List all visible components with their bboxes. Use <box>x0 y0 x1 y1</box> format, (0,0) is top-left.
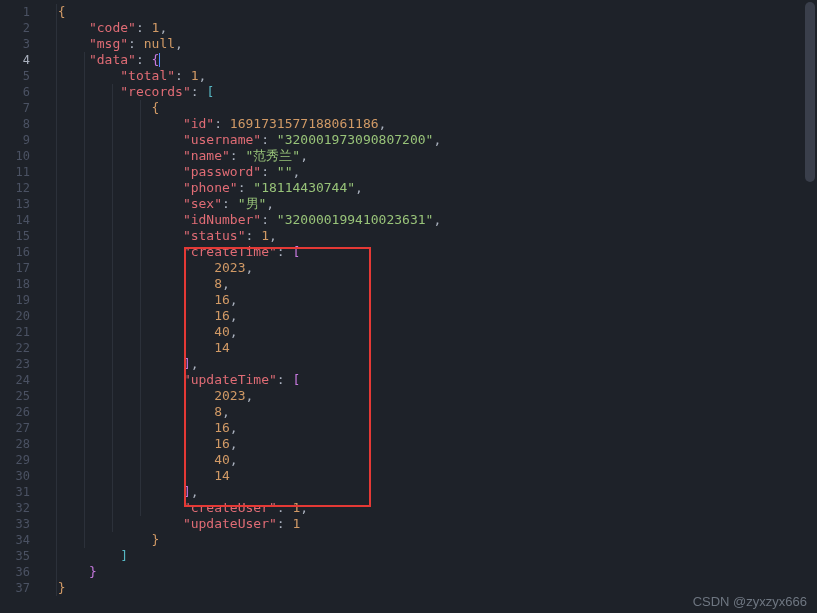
code-line[interactable]: ], <box>42 356 817 372</box>
line-number: 32 <box>0 500 42 516</box>
line-number: 1 <box>0 4 42 20</box>
code-line[interactable]: 40, <box>42 452 817 468</box>
line-number: 37 <box>0 580 42 596</box>
line-number: 33 <box>0 516 42 532</box>
line-number: 17 <box>0 260 42 276</box>
code-line[interactable]: 2023, <box>42 388 817 404</box>
code-line[interactable]: "updateUser": 1 <box>42 516 817 532</box>
line-number: 30 <box>0 468 42 484</box>
code-line[interactable]: 16, <box>42 420 817 436</box>
line-number: 8 <box>0 116 42 132</box>
code-line[interactable]: 16, <box>42 292 817 308</box>
code-line[interactable]: 14 <box>42 468 817 484</box>
code-line[interactable]: "username": "320001973090807200", <box>42 132 817 148</box>
line-gutter: 1 2 3 4 5 6 7 8 9 10 11 12 13 14 15 16 1… <box>0 0 42 613</box>
code-line[interactable]: "sex": "男", <box>42 196 817 212</box>
line-number: 11 <box>0 164 42 180</box>
line-number: 34 <box>0 532 42 548</box>
line-number: 26 <box>0 404 42 420</box>
line-number: 15 <box>0 228 42 244</box>
watermark: CSDN @zyxzyx666 <box>693 594 807 609</box>
code-line[interactable]: "total": 1, <box>42 68 817 84</box>
code-line[interactable]: "name": "范秀兰", <box>42 148 817 164</box>
line-number: 5 <box>0 68 42 84</box>
line-number: 19 <box>0 292 42 308</box>
code-line[interactable]: 8, <box>42 276 817 292</box>
line-number: 23 <box>0 356 42 372</box>
code-line[interactable]: 16, <box>42 436 817 452</box>
line-number: 14 <box>0 212 42 228</box>
code-line[interactable]: "password": "", <box>42 164 817 180</box>
scrollbar[interactable] <box>805 2 815 182</box>
code-line[interactable]: "idNumber": "320000199410023631", <box>42 212 817 228</box>
code-line[interactable]: "phone": "18114430744", <box>42 180 817 196</box>
code-line[interactable]: "records": [ <box>42 84 817 100</box>
line-number: 12 <box>0 180 42 196</box>
line-number-active: 4 <box>0 52 42 68</box>
line-number: 3 <box>0 36 42 52</box>
code-line[interactable]: "updateTime": [ <box>42 372 817 388</box>
code-line[interactable]: "code": 1, <box>42 20 817 36</box>
line-number: 35 <box>0 548 42 564</box>
code-line[interactable]: "createTime": [ <box>42 244 817 260</box>
line-number: 27 <box>0 420 42 436</box>
code-line[interactable]: { <box>42 4 817 20</box>
line-number: 7 <box>0 100 42 116</box>
line-number: 29 <box>0 452 42 468</box>
line-number: 10 <box>0 148 42 164</box>
code-line[interactable]: { <box>42 100 817 116</box>
code-line[interactable]: ], <box>42 484 817 500</box>
code-line[interactable]: 2023, <box>42 260 817 276</box>
code-content[interactable]: { "code": 1, "msg": null, "data": { "tot… <box>42 0 817 613</box>
code-line[interactable]: 14 <box>42 340 817 356</box>
line-number: 2 <box>0 20 42 36</box>
code-line[interactable]: } <box>42 564 817 580</box>
line-number: 18 <box>0 276 42 292</box>
line-number: 31 <box>0 484 42 500</box>
line-number: 22 <box>0 340 42 356</box>
line-number: 13 <box>0 196 42 212</box>
line-number: 28 <box>0 436 42 452</box>
code-line[interactable]: "status": 1, <box>42 228 817 244</box>
code-line[interactable]: 40, <box>42 324 817 340</box>
line-number: 20 <box>0 308 42 324</box>
code-editor[interactable]: 1 2 3 4 5 6 7 8 9 10 11 12 13 14 15 16 1… <box>0 0 817 613</box>
line-number: 9 <box>0 132 42 148</box>
code-line[interactable]: "data": { <box>42 52 817 68</box>
code-line[interactable]: 16, <box>42 308 817 324</box>
line-number: 16 <box>0 244 42 260</box>
code-line[interactable]: ] <box>42 548 817 564</box>
line-number: 24 <box>0 372 42 388</box>
cursor-icon <box>159 53 160 67</box>
code-line[interactable]: "id": 1691731577188061186, <box>42 116 817 132</box>
code-line[interactable]: } <box>42 532 817 548</box>
line-number: 25 <box>0 388 42 404</box>
line-number: 6 <box>0 84 42 100</box>
line-number: 36 <box>0 564 42 580</box>
line-number: 21 <box>0 324 42 340</box>
code-line[interactable]: "createUser": 1, <box>42 500 817 516</box>
code-line[interactable]: "msg": null, <box>42 36 817 52</box>
code-line[interactable]: 8, <box>42 404 817 420</box>
